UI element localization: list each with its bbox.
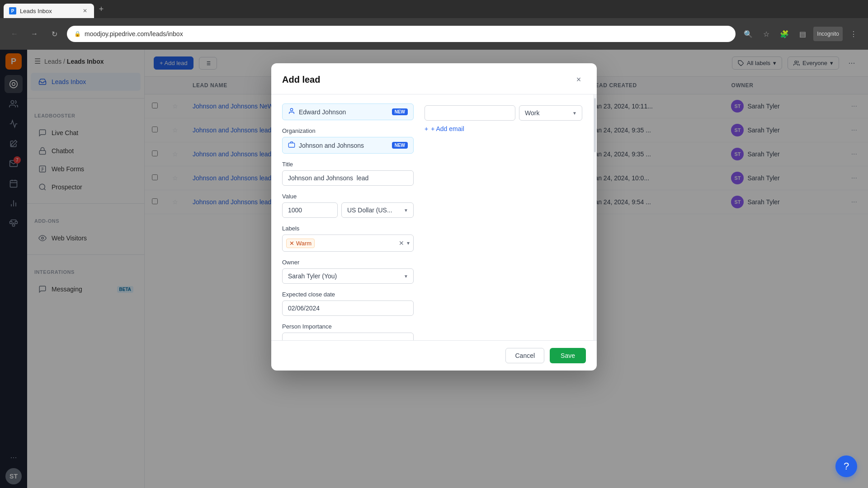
url-text: moodjoy.pipedrive.com/leads/inbox [85, 30, 183, 38]
person-field-group: Edward Johnson NEW [282, 103, 414, 120]
help-fab[interactable]: ? [835, 455, 857, 477]
add-email-plus-icon: + [425, 125, 428, 132]
modal-title: Add lead [282, 75, 320, 85]
active-tab[interactable]: P Leads Inbox ✕ [4, 4, 94, 18]
modal-left-column: Edward Johnson NEW Organization Johnson … [282, 103, 414, 340]
org-new-badge: NEW [392, 142, 408, 149]
lock-icon: 🔒 [74, 31, 81, 37]
email-type-wrapper: Work [519, 105, 582, 121]
browser-chrome: P Leads Inbox ✕ + ← → ↻ 🔒 moodjoy.pipedr… [0, 0, 868, 50]
close-date-input[interactable] [282, 300, 414, 316]
label-tag-remove[interactable]: ✕ [289, 240, 294, 247]
org-icon [288, 141, 295, 150]
email-field-group: Work + + Add email [425, 103, 582, 132]
labels-clear-button[interactable]: ✕ [399, 239, 404, 247]
value-label: Value [282, 193, 414, 200]
menu-button[interactable]: ⋮ [846, 27, 861, 41]
forward-button[interactable]: → [27, 27, 42, 41]
incognito-icon[interactable]: Incognito [813, 27, 843, 41]
svg-rect-30 [288, 143, 294, 147]
modal-right-column: Work + + Add email [425, 103, 582, 340]
label-tag-text: Warm [296, 240, 311, 247]
organization-label: Organization [282, 127, 414, 134]
importance-input[interactable] [282, 333, 414, 340]
org-name: Johnson and Johnsons [299, 142, 364, 149]
title-label: Title [282, 161, 414, 168]
modal-close-button[interactable]: × [571, 72, 586, 87]
currency-select-wrapper: US Dollar (US... [341, 202, 414, 218]
value-input[interactable] [282, 202, 338, 218]
add-email-button[interactable]: + + Add email [425, 125, 582, 132]
email-input[interactable] [425, 105, 515, 121]
title-input[interactable] [282, 170, 414, 186]
value-field-group: Value US Dollar (US... [282, 193, 414, 218]
refresh-button[interactable]: ↻ [47, 27, 61, 41]
modal-footer: Cancel Save [271, 340, 597, 371]
bookmark-icon[interactable]: ☆ [759, 27, 774, 41]
person-new-badge: NEW [392, 108, 408, 115]
person-row: Edward Johnson NEW [282, 103, 414, 120]
browser-tabs: P Leads Inbox ✕ + [0, 0, 868, 18]
browser-actions: 🔍 ☆ 🧩 ▤ Incognito ⋮ [741, 27, 861, 41]
labels-row[interactable]: ✕ Warm ✕ ▾ [282, 235, 414, 252]
person-name: Edward Johnson [299, 108, 346, 116]
modal-header: Add lead × [271, 63, 597, 94]
sidebar-icon[interactable]: ▤ [795, 27, 810, 41]
scrollbar-thumb[interactable] [594, 98, 596, 152]
address-bar[interactable]: 🔒 moodjoy.pipedrive.com/leads/inbox [67, 26, 736, 42]
close-date-field-group: Expected close date [282, 291, 414, 316]
new-tab-button[interactable]: + [95, 3, 108, 15]
close-date-label: Expected close date [282, 291, 414, 298]
fab-icon: ? [844, 460, 849, 472]
owner-field-label: Owner [282, 259, 414, 266]
modal-scroll-wrapper: Edward Johnson NEW Organization Johnson … [271, 94, 597, 340]
cancel-button[interactable]: Cancel [505, 348, 544, 363]
labels-label: Labels [282, 225, 414, 232]
currency-select[interactable]: US Dollar (US... [341, 202, 414, 218]
title-field-group: Title [282, 161, 414, 186]
add-email-label: + Add email [431, 125, 464, 132]
tab-title: Leads Inbox [20, 8, 52, 14]
org-row: Johnson and Johnsons NEW [282, 137, 414, 154]
modal-scrollbar[interactable] [593, 94, 597, 340]
modal-overlay[interactable]: Add lead × Edward Johnson NEW [0, 50, 868, 488]
browser-controls: ← → ↻ 🔒 moodjoy.pipedrive.com/leads/inbo… [0, 18, 868, 50]
add-lead-modal: Add lead × Edward Johnson NEW [271, 63, 597, 371]
extension-icon[interactable]: 🧩 [777, 27, 792, 41]
svg-point-29 [290, 108, 292, 111]
importance-field-group: Person Importance [282, 323, 414, 340]
organization-field-group: Organization Johnson and Johnsons NEW [282, 127, 414, 154]
label-tag-warm: ✕ Warm [286, 239, 315, 248]
labels-field-group: Labels ✕ Warm ✕ ▾ [282, 225, 414, 252]
email-field-row: Work [425, 105, 582, 121]
owner-select-wrapper: Sarah Tyler (You) [282, 268, 414, 284]
modal-body: Edward Johnson NEW Organization Johnson … [271, 94, 593, 340]
person-icon [288, 108, 295, 116]
importance-label: Person Importance [282, 323, 414, 330]
value-row: US Dollar (US... [282, 202, 414, 218]
email-type-select[interactable]: Work [519, 105, 582, 121]
tab-close-button[interactable]: ✕ [81, 7, 89, 14]
owner-field-group: Owner Sarah Tyler (You) [282, 259, 414, 284]
save-button[interactable]: Save [550, 348, 586, 363]
lens-icon[interactable]: 🔍 [741, 27, 755, 41]
labels-dropdown-button[interactable]: ▾ [407, 240, 410, 246]
owner-select[interactable]: Sarah Tyler (You) [282, 268, 414, 284]
back-button[interactable]: ← [7, 27, 22, 41]
tab-favicon: P [9, 7, 16, 14]
